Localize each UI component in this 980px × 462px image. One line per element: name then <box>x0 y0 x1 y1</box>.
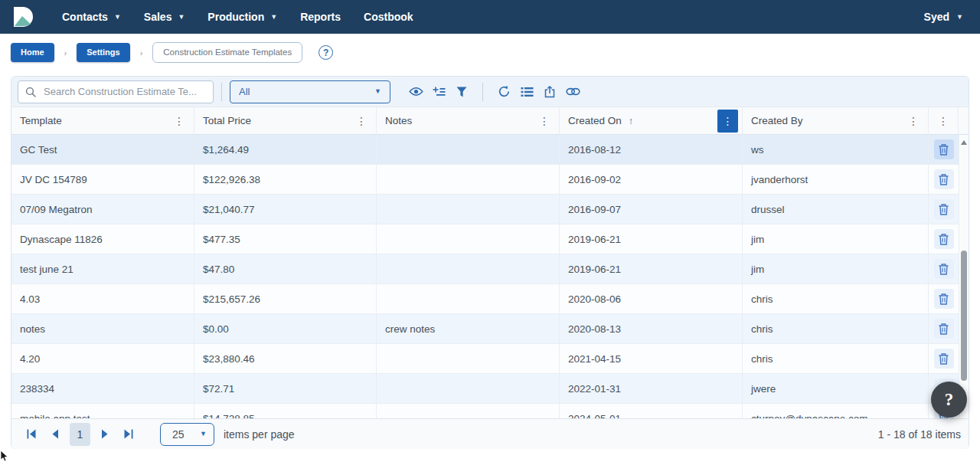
table-row[interactable]: 4.20 $23,880.46 2021-04-15 chris <box>11 344 969 374</box>
previous-page-icon <box>51 429 59 439</box>
link-icon <box>566 87 580 96</box>
table-row[interactable]: JV DC 154789 $122,926.38 2016-09-02 jvan… <box>11 165 969 195</box>
trash-icon <box>939 204 949 215</box>
chevron-down-icon: ▼ <box>178 14 185 21</box>
cell-total-price: $72.71 <box>194 374 377 403</box>
cell-template: 238334 <box>11 374 194 403</box>
vertical-scrollbar[interactable] <box>959 135 969 418</box>
preview-button[interactable] <box>406 82 426 102</box>
scrollbar-thumb[interactable] <box>961 251 967 381</box>
insert-row-button[interactable] <box>429 82 449 102</box>
delete-button[interactable] <box>934 259 954 279</box>
refresh-button[interactable] <box>494 82 514 102</box>
column-label: Created On <box>568 115 622 126</box>
cell-notes <box>377 374 560 403</box>
filter-dropdown[interactable]: All ▼ <box>230 80 390 103</box>
delete-button[interactable] <box>934 139 954 159</box>
delete-button[interactable] <box>934 289 954 309</box>
cell-created-on: 2020-08-13 <box>560 314 743 343</box>
trash-icon <box>939 323 949 335</box>
column-menu-icon[interactable]: ⋮ <box>356 115 367 127</box>
cell-template: Dynascape 11826 <box>11 224 194 254</box>
nav-item-reports[interactable]: Reports <box>300 11 341 23</box>
page-number-button[interactable]: 1 <box>70 423 90 446</box>
table-row[interactable]: 238334 $72.71 2022-01-31 jwere <box>11 374 969 404</box>
help-icon[interactable]: ? <box>318 45 333 60</box>
table-row[interactable]: 4.03 $215,657.26 2020-08-06 chris <box>11 284 969 314</box>
toolbar-divider <box>482 83 483 101</box>
list-view-icon <box>521 87 534 97</box>
last-page-button[interactable] <box>119 425 138 444</box>
column-menu-icon[interactable]: ⋮ <box>938 115 949 127</box>
column-label: Created By <box>751 115 803 126</box>
column-menu-icon[interactable]: ⋮ <box>174 115 185 127</box>
trash-icon <box>939 234 949 245</box>
nav-item-production[interactable]: Production ▼ <box>207 11 277 23</box>
list-view-button[interactable] <box>517 82 537 102</box>
table-row[interactable]: test june 21 $47.80 2019-06-21 jim <box>11 254 969 284</box>
nav-item-sales[interactable]: Sales ▼ <box>144 11 185 23</box>
column-header-template[interactable]: Template ⋮ <box>11 107 194 134</box>
column-label: Template <box>20 115 62 126</box>
breadcrumb-separator-icon: › <box>140 48 143 57</box>
table-row[interactable]: notes $0.00 crew notes 2020-08-13 chris <box>11 314 969 344</box>
search-input[interactable] <box>42 85 206 98</box>
search-box[interactable] <box>18 80 214 103</box>
first-page-button[interactable] <box>22 425 41 444</box>
breadcrumb-settings[interactable]: Settings <box>77 43 129 62</box>
delete-button[interactable] <box>934 169 954 189</box>
filter-button[interactable] <box>452 82 472 102</box>
cell-total-price: $21,040.77 <box>194 195 377 224</box>
table-row[interactable]: Dynascape 11826 $477.35 2019-06-21 jim <box>11 224 969 254</box>
column-menu-icon[interactable]: ⋮ <box>908 115 919 127</box>
dynascape-logo[interactable] <box>11 5 34 28</box>
export-icon <box>544 86 556 98</box>
column-header-created-on[interactable]: Created On ↑ ⋮ <box>560 107 743 134</box>
items-per-page-dropdown[interactable]: 25 ▼ <box>160 423 214 446</box>
cell-created-by: chris <box>743 314 929 343</box>
refresh-icon <box>498 85 511 98</box>
export-button[interactable] <box>540 82 560 102</box>
breadcrumb: Home › Settings › Construction Estimate … <box>0 34 980 71</box>
cell-actions <box>929 284 959 313</box>
nav-menu: Contacts ▼ Sales ▼ Production ▼ Reports … <box>62 11 413 23</box>
column-menu-icon-active[interactable]: ⋮ <box>717 110 738 133</box>
scroll-up-icon[interactable] <box>961 140 967 145</box>
cell-created-by: jim <box>743 254 929 283</box>
delete-button[interactable] <box>934 229 954 249</box>
cell-created-on: 2022-01-31 <box>560 374 743 403</box>
column-header-total-price[interactable]: Total Price ⋮ <box>194 107 377 134</box>
table-row[interactable]: 07/09 Megatron $21,040.77 2016-09-07 dru… <box>11 195 969 224</box>
delete-button[interactable] <box>934 349 954 369</box>
trash-icon <box>939 174 949 185</box>
table-row[interactable]: mobile app test $14,728.85 2024-05-01 ct… <box>11 404 969 418</box>
cell-total-price: $477.35 <box>194 224 377 254</box>
table-row[interactable]: GC Test $1,264.49 2016-08-12 ws <box>11 135 969 165</box>
column-header-notes[interactable]: Notes ⋮ <box>377 107 560 134</box>
column-menu-icon[interactable]: ⋮ <box>539 115 550 127</box>
nav-item-label: Sales <box>144 11 172 23</box>
items-per-page-value: 25 <box>172 428 185 441</box>
cell-actions <box>929 344 959 373</box>
nav-item-contacts[interactable]: Contacts ▼ <box>62 11 121 23</box>
breadcrumb-home[interactable]: Home <box>11 43 54 62</box>
cell-notes <box>377 254 560 283</box>
cell-created-by: drussel <box>743 195 929 224</box>
nav-item-label: Reports <box>300 11 341 23</box>
next-page-button[interactable] <box>96 425 114 444</box>
cell-created-by: jim <box>743 224 929 254</box>
cell-notes <box>377 404 560 418</box>
delete-button[interactable] <box>934 199 954 219</box>
cell-notes <box>377 195 560 224</box>
cell-notes <box>377 135 560 164</box>
column-header-created-by[interactable]: Created By ⋮ <box>743 107 929 134</box>
cell-template: GC Test <box>11 135 194 164</box>
user-menu[interactable]: Syed ▼ <box>924 11 963 23</box>
nav-item-costbook[interactable]: Costbook <box>364 11 413 23</box>
nav-item-label: Contacts <box>62 11 108 23</box>
cell-created-on: 2020-08-06 <box>560 284 743 313</box>
help-fab-button[interactable]: ? <box>931 382 967 418</box>
delete-button[interactable] <box>934 319 954 339</box>
link-button[interactable] <box>563 82 583 102</box>
previous-page-button[interactable] <box>46 425 64 444</box>
